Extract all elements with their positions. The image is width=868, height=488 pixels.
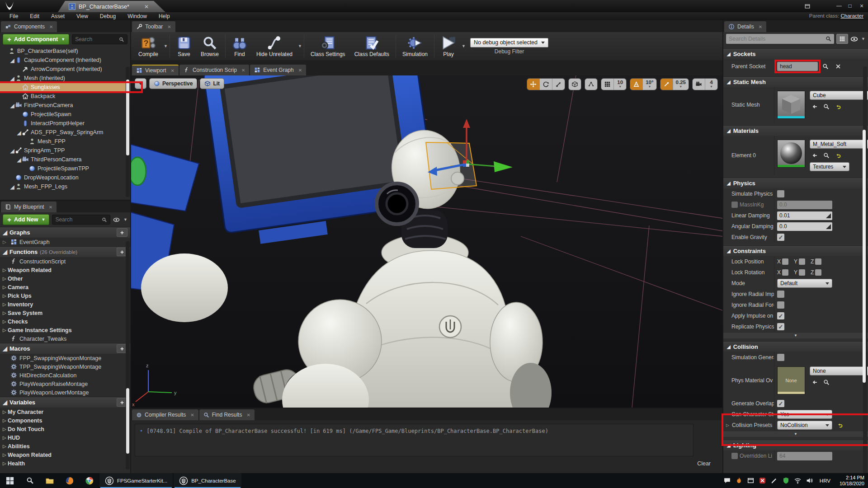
pen-tray-icon[interactable] [770,477,778,484]
tab-details[interactable]: Details✕ [724,21,766,32]
component-springarm-tpp[interactable]: ◢SpringArm_TPP [0,146,130,155]
chevron-down-icon[interactable]: ▼ [298,44,302,48]
section-functions[interactable]: ◢Functions(26 Overridable) [0,246,130,257]
file-explorer-button[interactable] [40,473,60,488]
component-interactprompthelper[interactable]: InteractPromptHelper [0,119,130,128]
component-dropweaponlocation[interactable]: DropWeaponLocation [0,173,130,182]
blueprint-item-other[interactable]: ▷Other [0,274,130,283]
expander-icon[interactable]: ◢ [9,147,15,154]
parent-class-link[interactable]: Character [841,13,864,19]
details-section-static-mesh[interactable]: ◢Static Mesh [723,76,868,87]
expand-icon[interactable]: ▷ [726,423,729,427]
maximize-button[interactable]: □ [844,1,855,10]
firefox-button[interactable] [60,473,80,488]
checkbox[interactable] [799,269,805,276]
clear-button[interactable]: Clear [697,460,711,467]
checkbox[interactable] [777,400,784,407]
socket-clear-button[interactable] [833,62,843,71]
asset-tab-close-icon[interactable]: ✕ [144,4,149,10]
toolbar-find-button[interactable]: Find [227,34,252,58]
menu-file[interactable]: File [4,13,24,19]
checkbox[interactable] [815,258,821,265]
browse-to-asset-button[interactable] [821,102,831,111]
blueprint-item-inventory[interactable]: ▷Inventory [0,300,130,309]
tab-construction-scrip[interactable]: Construction Scrip✕ [179,65,249,75]
mode-dropdown[interactable]: Default [777,279,832,288]
textures-dropdown[interactable]: Textures [810,162,849,171]
rotation-snap-value[interactable]: 10°▼ [643,79,656,90]
linear-damping-field[interactable]: 0.01 [777,211,832,220]
close-icon[interactable]: ✕ [49,24,53,29]
parent-socket-field[interactable]: head [777,62,818,71]
blueprint-item-fpp-swappingweaponmontage[interactable]: FPP_SwappingWeaponMontage [0,354,130,362]
component-sunglasses[interactable]: Sunglasses [0,83,130,92]
expander-icon[interactable]: ◢ [9,75,15,82]
components-scrollbar[interactable] [126,67,130,197]
grid-snap-toggle[interactable] [601,79,614,90]
checkbox[interactable] [777,291,784,298]
close-icon[interactable]: ✕ [759,24,762,29]
blueprint-item-abilities[interactable]: ▷Abilities [0,442,130,450]
can-character-ste-dropdown[interactable]: Yes [777,410,832,419]
blueprint-item-playweaponraisemontage[interactable]: PlayWeaponRaiseMontage [0,380,130,388]
taskbar-search-button[interactable] [20,473,40,488]
toolbar-play-button[interactable]: Play [436,34,461,58]
close-icon[interactable]: ✕ [170,68,174,73]
compiler-log-box[interactable]: •[0748.91] Compile of BP_CharacterBase s… [135,424,693,456]
close-icon[interactable]: ✕ [298,68,302,73]
component-thirdpersoncamera[interactable]: ◢ThirdPersonCamera [0,155,130,164]
asset-document-tab[interactable]: BP_CharacterBase* ✕ [58,1,165,12]
expander-icon[interactable]: ◢ [9,57,15,64]
camera-speed-icon[interactable] [693,79,705,90]
checkbox[interactable] [815,269,821,276]
advanced-expander-button[interactable]: ▼ [723,332,868,338]
components-search-input[interactable] [72,34,127,44]
volume-icon[interactable] [806,477,813,484]
toolbar-hide-unrelated-button[interactable]: Hide Unrelated [252,34,297,58]
tab-my-blueprint[interactable]: My Blueprint✕ [1,202,57,212]
add-new-button[interactable]: Add New▼ [3,214,49,225]
details-section-materials[interactable]: ◢Materials [723,125,868,136]
chevron-down-icon[interactable]: ▼ [861,37,865,41]
details-section-lighting[interactable]: ◢Lighting [723,440,868,450]
taskbar-app-fpsgamestarterkit[interactable]: FPSGameStarterKit... [99,473,173,488]
checkbox[interactable] [777,301,784,309]
collision-presets-dropdown[interactable]: NoCollision [777,421,832,430]
checkbox[interactable] [777,190,784,197]
toolbar-compile-button[interactable]: Compile [134,34,163,58]
toolbar-class-settings-button[interactable]: Class Settings [306,34,350,58]
use-selected-asset-button[interactable] [810,102,820,111]
chevron-down-icon[interactable]: ▼ [462,44,466,48]
visibility-filter-icon[interactable] [113,216,120,223]
menu-view[interactable]: View [71,13,94,19]
checkbox[interactable] [731,202,738,208]
menu-window[interactable]: Window [122,13,153,19]
property-matrix-button[interactable] [836,34,848,44]
blueprint-item-hitdirectioncalculation[interactable]: HitDirectionCalculation [0,371,130,380]
add-graphs-button[interactable] [117,228,127,237]
close-icon[interactable]: ✕ [49,205,52,210]
phys-material-ov-asset-dropdown[interactable]: None [810,366,868,375]
menu-edit[interactable]: Edit [24,13,45,19]
close-icon[interactable]: ✕ [246,413,250,418]
browse-to-asset-button[interactable] [821,378,831,387]
component-backpack[interactable]: Backpack [0,92,130,101]
scale-snap-toggle[interactable] [660,79,673,90]
menu-asset[interactable]: Asset [45,13,71,19]
reset-asset-button[interactable] [833,151,843,160]
blueprint-item-character-tweaks[interactable]: Character_Tweaks [0,334,130,343]
advanced-expander-button[interactable]: ▼ [723,431,868,437]
reset-asset-button[interactable] [833,102,843,111]
checkbox[interactable] [777,234,784,241]
network-icon[interactable] [794,477,802,484]
checkbox[interactable] [799,258,805,265]
grid-snap-value[interactable]: 10▼ [614,79,626,90]
browse-to-asset-button[interactable] [821,151,831,160]
static-mesh-asset-dropdown[interactable]: Cube [810,91,868,100]
start-button[interactable] [0,473,20,488]
display-filter-eye-icon[interactable] [850,35,858,43]
angular-damping-field[interactable]: 0.0 [777,222,832,231]
element-0-asset-dropdown[interactable]: M_Metal_Soft [810,140,868,149]
blueprint-item-save-system[interactable]: ▷Save System [0,309,130,317]
expander-icon[interactable]: ◢ [9,183,15,190]
